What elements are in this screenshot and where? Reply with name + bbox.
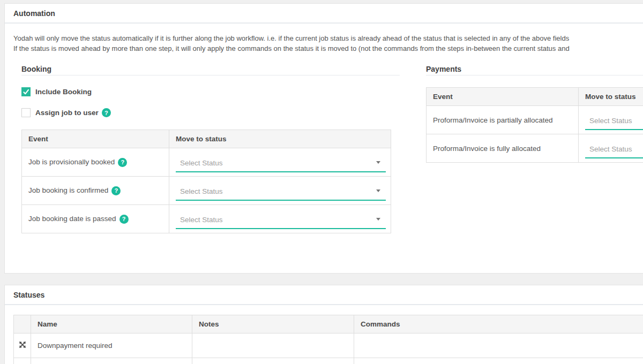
table-row [14, 358, 643, 364]
table-row: Job is provisionally booked? Select Stat… [22, 148, 391, 177]
booking-title: Booking [21, 65, 400, 75]
check-icon [23, 88, 29, 95]
statuses-table: Name Notes Commands [13, 315, 643, 364]
event-label: Job booking date is passed [28, 215, 116, 223]
booking-col-event: Event [22, 130, 169, 148]
move-icon[interactable] [19, 342, 26, 350]
help-icon[interactable]: ? [118, 158, 127, 167]
event-label: Proforma/Invoice is partially allocated [433, 116, 553, 124]
automation-body: Yodah will only move the status automati… [5, 33, 643, 233]
statuses-title: Statuses [5, 285, 643, 305]
drag-column-header [14, 315, 31, 333]
assign-job-label: Assign job to user [35, 109, 99, 117]
select-placeholder: Select Status [180, 216, 223, 224]
move-to-status-select[interactable]: Select Status [176, 211, 386, 229]
select-placeholder: Select Status [589, 145, 632, 153]
table-row: Job booking date is passed? Select Statu… [22, 205, 391, 233]
help-icon[interactable]: ? [119, 215, 129, 224]
table-header-row: Name Notes Commands [14, 315, 643, 333]
payments-title: Payments [426, 65, 643, 75]
select-placeholder: Select Status [180, 159, 223, 167]
statuses-panel: Statuses Name Notes Commands [4, 285, 643, 364]
move-to-status-select[interactable]: Select Status [585, 112, 643, 130]
status-name-cell: Downpayment required [31, 333, 192, 358]
table-row: Job booking is confirmed? Select Status [22, 177, 391, 205]
automation-title: Automation [5, 4, 643, 24]
booking-col-move: Move to status [169, 130, 391, 148]
status-commands-cell [354, 358, 643, 364]
chevron-down-icon [376, 161, 380, 164]
select-placeholder: Select Status [589, 117, 632, 125]
include-booking-row: Include Booking [21, 87, 400, 96]
description-line-1: Yodah will only move the status automati… [13, 33, 643, 43]
statuses-body: Name Notes Commands [5, 315, 643, 364]
event-label: Job is provisionally booked [28, 158, 115, 166]
booking-events-table: Event Move to status Job is provisionall… [21, 130, 391, 233]
chevron-down-icon [376, 189, 380, 192]
move-to-status-select[interactable]: Select Status [176, 183, 386, 201]
description-line-2: If the status is moved ahead by more tha… [13, 43, 643, 54]
move-to-status-select[interactable]: Select Status [176, 154, 386, 172]
event-label: Proforma/Invoice is fully allocated [433, 145, 541, 153]
page: Automation Yodah will only move the stat… [0, 3, 643, 364]
move-to-status-select[interactable]: Select Status [585, 140, 643, 158]
table-row: Proforma/Invoice is fully allocated Sele… [427, 134, 643, 163]
status-name-cell [31, 358, 192, 364]
payments-col-move: Move to status [579, 88, 643, 106]
status-notes-cell [192, 333, 354, 358]
event-label: Job booking is confirmed [28, 186, 108, 194]
help-icon[interactable]: ? [111, 186, 121, 195]
table-header-row: Event Move to status [22, 130, 391, 148]
table-header-row: Event Move to status [427, 88, 643, 106]
automation-panel: Automation Yodah will only move the stat… [4, 3, 643, 274]
payments-col-event: Event [427, 88, 579, 106]
payments-section: Payments Event Move to status Proforma/I… [426, 65, 643, 233]
table-row: Proforma/Invoice is partially allocated … [427, 106, 643, 134]
help-icon[interactable]: ? [102, 108, 111, 117]
booking-section: Booking Include Booking [21, 65, 400, 233]
status-commands-cell [354, 333, 643, 358]
statuses-col-notes: Notes [192, 315, 354, 333]
status-notes-cell [192, 358, 354, 364]
include-booking-label: Include Booking [35, 88, 92, 96]
table-row: Downpayment required [14, 333, 643, 358]
assign-job-checkbox[interactable] [21, 108, 31, 117]
automation-description: Yodah will only move the status automati… [13, 33, 643, 54]
chevron-down-icon [376, 218, 380, 221]
payments-events-table: Event Move to status Proforma/Invoice is… [426, 87, 643, 163]
statuses-col-commands: Commands [354, 315, 643, 333]
statuses-col-name: Name [31, 315, 192, 333]
assign-job-row: Assign job to user ? [21, 108, 400, 117]
include-booking-checkbox[interactable] [21, 87, 31, 96]
select-placeholder: Select Status [180, 187, 223, 195]
